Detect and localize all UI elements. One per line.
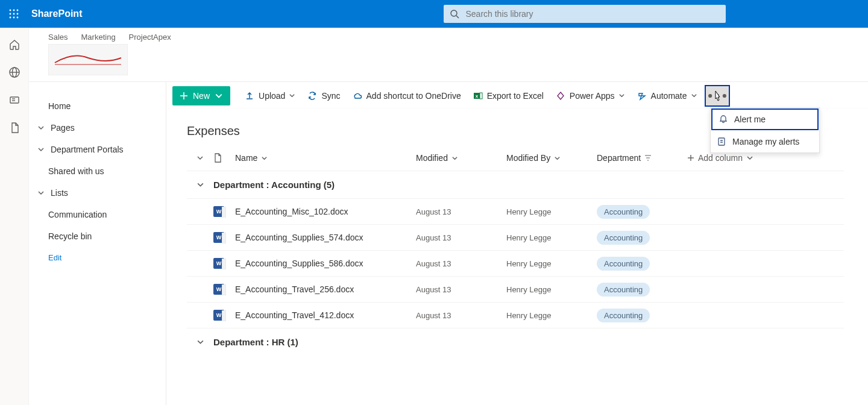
manage-alerts-icon [717, 137, 726, 146]
svg-point-8 [17, 17, 19, 19]
group-header-hr[interactable]: Department : HR (1) [187, 328, 844, 356]
file-modifiedby: Henry Legge [506, 285, 597, 294]
file-name[interactable]: E_Accounting_Travel_412.docx [235, 310, 416, 320]
excel-icon: x [473, 91, 483, 101]
chevron-down-icon [197, 181, 204, 189]
svg-text:x: x [475, 93, 478, 99]
table-row[interactable]: W E_Accounting_Supplies_586.docx August … [187, 250, 844, 276]
chevron-down-icon [289, 92, 295, 99]
upload-icon [245, 91, 254, 101]
file-name[interactable]: E_Accounting_Supplies_586.docx [235, 259, 416, 268]
file-icon[interactable] [8, 122, 20, 134]
word-file-icon: W [213, 310, 235, 321]
file-name[interactable]: E_Accounting_Travel_256.docx [235, 284, 416, 294]
upload-button[interactable]: Upload [239, 86, 301, 105]
file-modified: August 13 [416, 233, 506, 242]
nav-link-sales[interactable]: Sales [48, 33, 68, 42]
nav-home[interactable]: Home [29, 95, 166, 117]
more-actions-button[interactable] [705, 85, 730, 107]
nav-link-marketing[interactable]: Marketing [81, 33, 116, 42]
word-file-icon: W [213, 206, 235, 217]
chevron-down-icon [618, 92, 625, 99]
home-icon[interactable] [8, 39, 20, 51]
nav-recycle-bin[interactable]: Recycle bin [29, 225, 166, 247]
file-modified: August 13 [416, 311, 506, 320]
file-modifiedby: Henry Legge [506, 259, 597, 268]
add-shortcut-button[interactable]: Add shortcut to OneDrive [347, 86, 467, 105]
nav-lists[interactable]: Lists [29, 182, 166, 204]
svg-rect-25 [719, 138, 725, 145]
file-modified: August 13 [416, 285, 506, 294]
chevron-down-icon [746, 154, 753, 162]
filter-icon [644, 154, 652, 162]
modifiedby-column-header[interactable]: Modified By [506, 153, 597, 163]
bell-icon [719, 115, 728, 124]
name-column-header[interactable]: Name [235, 153, 416, 163]
svg-point-1 [13, 10, 15, 11]
app-rail [0, 28, 29, 405]
top-bar: SharePoint [0, 0, 868, 28]
nav-communication[interactable]: Communication [29, 204, 166, 225]
word-file-icon: W [213, 284, 235, 295]
department-column-header[interactable]: Department [597, 153, 687, 163]
search-icon [450, 9, 459, 19]
svg-point-5 [17, 13, 19, 15]
table-row[interactable]: W E_Accounting_Misc_102.docx August 13 H… [187, 198, 844, 224]
export-excel-button[interactable]: x Export to Excel [467, 86, 550, 105]
svg-line-10 [456, 16, 459, 18]
alert-me-item[interactable]: Alert me [711, 108, 819, 130]
app-launcher-icon[interactable] [5, 5, 23, 23]
nav-link-projectapex[interactable]: ProjectApex [129, 33, 171, 42]
news-icon[interactable] [8, 94, 20, 106]
new-button[interactable]: New [172, 86, 230, 105]
table-row[interactable]: W E_Accounting_Travel_256.docx August 13… [187, 276, 844, 302]
table-row[interactable]: W E_Accounting_Supplies_574.docx August … [187, 224, 844, 250]
cursor-pointer-icon [712, 90, 723, 103]
department-pill: Accounting [597, 283, 650, 297]
type-column-icon[interactable] [213, 153, 235, 163]
brand-label[interactable]: SharePoint [31, 8, 82, 19]
main-area: New Upload Sync Add shortcut to O [166, 82, 868, 405]
svg-point-24 [722, 93, 726, 97]
chevron-down-icon [37, 124, 45, 131]
automate-button[interactable]: Automate [631, 86, 703, 105]
powerapps-button[interactable]: Power Apps [550, 86, 631, 105]
svg-point-7 [13, 17, 15, 19]
svg-point-9 [451, 10, 457, 16]
svg-rect-21 [480, 93, 482, 99]
group-header-accounting[interactable]: Department : Accounting (5) [187, 171, 844, 198]
svg-point-0 [10, 10, 11, 11]
file-modified: August 13 [416, 207, 506, 216]
globe-icon[interactable] [8, 66, 20, 78]
plus-icon [180, 92, 188, 100]
nav-edit-link[interactable]: Edit [29, 247, 166, 268]
table-row[interactable]: W E_Accounting_Travel_412.docx August 13… [187, 302, 844, 328]
nav-shared-with-us[interactable]: Shared with us [29, 160, 166, 182]
manage-alerts-item[interactable]: Manage my alerts [711, 131, 819, 152]
more-actions-menu: Alert me Manage my alerts [710, 107, 820, 153]
file-name[interactable]: E_Accounting_Misc_102.docx [235, 207, 416, 216]
nav-pages[interactable]: Pages [29, 117, 166, 139]
file-modifiedby: Henry Legge [506, 207, 597, 216]
modified-column-header[interactable]: Modified [416, 153, 506, 163]
chevron-down-icon [554, 155, 561, 162]
sync-button[interactable]: Sync [301, 86, 346, 105]
svg-rect-14 [10, 97, 19, 103]
chevron-down-icon [691, 92, 697, 99]
expand-all-toggle[interactable] [187, 154, 213, 162]
top-nav: Sales Marketing ProjectApex [48, 33, 868, 42]
word-file-icon: W [213, 258, 235, 269]
department-pill: Accounting [597, 309, 650, 322]
file-name[interactable]: E_Accounting_Supplies_574.docx [235, 233, 416, 242]
powerapps-icon [556, 91, 565, 101]
search-input[interactable] [465, 9, 720, 19]
file-modifiedby: Henry Legge [506, 311, 597, 320]
file-modified: August 13 [416, 259, 506, 268]
chevron-down-icon [261, 155, 268, 162]
nav-department-portals[interactable]: Department Portals [29, 139, 166, 160]
add-column-button[interactable]: Add column [687, 153, 753, 163]
left-nav: Home Pages Department Portals Shared wit… [29, 82, 166, 405]
svg-point-4 [13, 13, 15, 15]
search-box[interactable] [444, 5, 726, 23]
site-logo[interactable] [48, 44, 128, 75]
